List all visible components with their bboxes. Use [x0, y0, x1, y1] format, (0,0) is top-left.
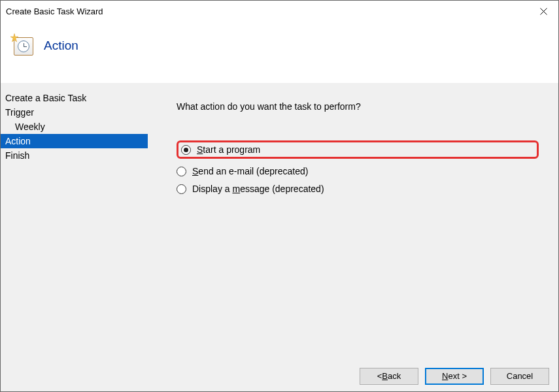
wizard-header: Action — [1, 22, 558, 83]
cancel-button[interactable]: Cancel — [490, 368, 549, 385]
option-send-email-label: Send an e-mail (deprecated) — [192, 166, 308, 176]
step-weekly[interactable]: Weekly — [1, 120, 148, 134]
radio-send-email[interactable] — [177, 167, 186, 176]
titlebar: Create Basic Task Wizard — [1, 1, 558, 22]
option-start-program-label: Start a program — [197, 144, 260, 155]
close-icon — [540, 8, 547, 15]
wizard-icon — [11, 35, 35, 57]
next-button[interactable]: Next > — [425, 368, 484, 385]
window-title: Create Basic Task Wizard — [6, 7, 529, 16]
step-action[interactable]: Action — [1, 134, 148, 148]
svg-marker-0 — [10, 34, 18, 42]
radio-start-program[interactable] — [181, 145, 191, 155]
main-panel: What action do you want the task to perf… — [148, 83, 558, 360]
option-display-message[interactable]: Display a message (deprecated) — [177, 184, 539, 194]
action-options: Start a program Send an e-mail (deprecat… — [177, 140, 539, 194]
back-button[interactable]: < Back — [360, 368, 418, 385]
option-display-message-label: Display a message (deprecated) — [192, 184, 324, 194]
option-send-email[interactable]: Send an e-mail (deprecated) — [177, 166, 539, 176]
page-title: Action — [44, 33, 78, 53]
option-start-program[interactable]: Start a program — [177, 140, 539, 159]
wizard-steps: Create a Basic Task Trigger Weekly Actio… — [1, 83, 148, 360]
action-question: What action do you want the task to perf… — [177, 101, 539, 112]
step-trigger[interactable]: Trigger — [1, 105, 148, 120]
close-button[interactable] — [529, 1, 558, 22]
step-finish[interactable]: Finish — [1, 148, 148, 163]
wizard-footer: < Back Next > Cancel — [1, 360, 558, 392]
radio-display-message[interactable] — [177, 184, 186, 194]
wizard-body: Create a Basic Task Trigger Weekly Actio… — [1, 83, 558, 360]
step-create-basic-task[interactable]: Create a Basic Task — [1, 91, 148, 105]
